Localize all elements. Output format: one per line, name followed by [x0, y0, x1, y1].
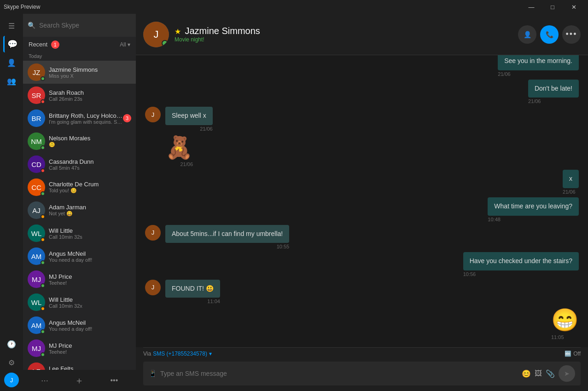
- contact-avatar-brittany: BR: [28, 109, 45, 127]
- nav-icons: ☰ 💬 👤 👥 🕐 ⚙ J: [0, 14, 23, 391]
- attachment-button[interactable]: 📎: [546, 369, 555, 378]
- avatar-wrap-mj2: MJ: [28, 339, 45, 357]
- message-row-1: See you in the morning. 21/06: [145, 55, 579, 77]
- contact-name-nelson: Nelson Morales: [49, 135, 131, 142]
- translate-toggle[interactable]: 🔤 Off: [565, 351, 581, 357]
- avatar-wrap-cassandra: CD: [28, 155, 45, 173]
- window-controls: — □ ✕: [521, 0, 584, 14]
- minimize-button[interactable]: —: [521, 0, 542, 14]
- contact-name-adam: Adam Jarman: [49, 204, 131, 211]
- contact-item-lee[interactable]: LF Lee Felts Call 26min 16s: [23, 360, 136, 370]
- video-call-button[interactable]: 👤: [518, 25, 536, 44]
- status-dot-cassandra: [41, 168, 45, 173]
- msg-content-5: x 21/06: [563, 170, 579, 195]
- status-dot-will1: [41, 237, 45, 242]
- contact-list: JZ Jazmine Simmons Miss you X SR Sarah R…: [23, 61, 136, 370]
- status-dot-charlotte: [41, 191, 45, 196]
- nav-contacts-icon[interactable]: 👤: [3, 54, 20, 71]
- contact-item-will1[interactable]: WL Will Little Call 10min 32s: [23, 222, 136, 245]
- online-status-dot: [162, 40, 168, 46]
- msg-content-7: About 5mins...if I can find my umbrella!…: [165, 225, 289, 250]
- all-filter-button[interactable]: All ▾: [120, 41, 130, 48]
- send-button[interactable]: ➤: [559, 365, 575, 382]
- contact-item-brittany[interactable]: BR Brittany Roth, Lucy Holcomb, S... I'm…: [23, 107, 136, 130]
- message-input[interactable]: [160, 370, 518, 377]
- nav-history-icon[interactable]: 🕐: [3, 336, 20, 352]
- contact-item-mj2[interactable]: MJ MJ Price Teehee!: [23, 337, 136, 360]
- sidebar-icon-dots[interactable]: ⋯: [41, 376, 48, 385]
- contact-info-will1: Will Little Call 10min 32s: [49, 227, 131, 240]
- contact-info-jazmine: Jazmine Simmons Miss you X: [49, 66, 131, 79]
- msg-bubble-8: Have you checked under the stairs?: [463, 252, 579, 270]
- message-row-5: x 21/06: [145, 170, 579, 195]
- user-avatar-nav[interactable]: J: [4, 373, 19, 387]
- contact-item-sarah[interactable]: SR Sarah Roach Call 26min 23s: [23, 84, 136, 107]
- recent-badge: 1: [51, 40, 59, 49]
- sms-dropdown-icon[interactable]: ▾: [209, 351, 212, 357]
- search-input[interactable]: [39, 22, 131, 29]
- sidebar-icon-add[interactable]: ＋: [75, 374, 84, 387]
- msg-content-2: Don't be late! 21/06: [528, 80, 579, 104]
- status-dot-angus2: [41, 329, 45, 334]
- msg-bubble-5: x: [563, 170, 579, 188]
- phone-icon: 📱: [149, 370, 157, 377]
- status-dot-adam: [41, 214, 45, 219]
- contact-item-angus2[interactable]: AM Angus McNeil You need a day off!: [23, 314, 136, 337]
- message-row-10: 😁 11:05: [145, 307, 579, 340]
- avatar-wrap-adam: AJ: [28, 201, 45, 219]
- contact-item-mj1[interactable]: MJ MJ Price Teehee!: [23, 268, 136, 291]
- contact-item-will2[interactable]: WL Will Little Call 10min 32x: [23, 291, 136, 314]
- chat-contact-name-row: ★ Jazmine Simmons: [175, 26, 260, 36]
- msg-bubble-3: Sleep well x: [165, 107, 213, 125]
- msg-bubble-1: See you in the morning.: [498, 55, 579, 70]
- call-button[interactable]: 📞: [540, 25, 559, 44]
- sms-via-info: Via SMS (+17855234578) ▾: [143, 351, 212, 357]
- sidebar-icon-more[interactable]: •••: [110, 376, 118, 385]
- contact-item-cassandra[interactable]: CD Cassandra Dunn Call 5min 47s: [23, 153, 136, 176]
- contact-preview-adam: Not yet 😄: [49, 211, 131, 217]
- contact-item-jazmine[interactable]: JZ Jazmine Simmons Miss you X: [23, 61, 136, 84]
- emoji-button[interactable]: 😊: [522, 369, 531, 378]
- nav-chat-icon[interactable]: 💬: [3, 36, 20, 52]
- contact-item-charlotte[interactable]: CC Charlotte De Crum Told you! 😊: [23, 176, 136, 199]
- contact-item-angus1[interactable]: AM Angus McNeil You need a day off!: [23, 245, 136, 268]
- contact-info-charlotte: Charlotte De Crum Told you! 😊: [49, 181, 131, 194]
- msg-avatar-7: J: [145, 225, 161, 241]
- msg-time-6: 10:48: [488, 217, 501, 222]
- chat-area: J ★ Jazmine Simmons Movie night! 👤 📞 •••: [136, 14, 588, 391]
- titlebar: Skype Preview — □ ✕: [0, 0, 588, 14]
- msg-time-8: 10:56: [463, 271, 476, 277]
- chat-header-actions: 👤 📞 •••: [518, 25, 581, 44]
- contact-name-brittany: Brittany Roth, Lucy Holcomb, S...: [49, 112, 123, 119]
- close-button[interactable]: ✕: [563, 0, 584, 14]
- chat-header: J ★ Jazmine Simmons Movie night! 👤 📞 •••: [136, 14, 588, 55]
- nav-settings-icon[interactable]: ⚙: [3, 354, 20, 371]
- recent-label: Recent: [29, 41, 47, 48]
- msg-content-6: What time are you leaving? 10:48: [488, 197, 579, 222]
- nav-groups-icon[interactable]: 👥: [3, 73, 20, 89]
- more-options-button[interactable]: •••: [562, 25, 581, 44]
- msg-content-9: FOUND IT! 😃 11:04: [165, 280, 220, 305]
- image-button[interactable]: 🖼: [535, 369, 542, 378]
- msg-content-10: 😁 11:05: [551, 307, 579, 340]
- contact-preview-brittany: I'm going glam with sequins. See you h..…: [49, 119, 123, 125]
- avatar-wrap-sarah: SR: [28, 86, 45, 104]
- sms-number-link[interactable]: SMS (+17855234578): [153, 351, 207, 357]
- avatar-wrap-mj1: MJ: [28, 270, 45, 288]
- today-label: Today: [23, 52, 136, 61]
- msg-content-3: Sleep well x 21/06: [165, 107, 213, 132]
- message-row-2: Don't be late! 21/06: [145, 80, 579, 104]
- contact-item-nelson[interactable]: NM Nelson Morales 🙃: [23, 130, 136, 153]
- search-bar: 🔍: [23, 14, 136, 37]
- message-row-4: 🧸 21/06: [145, 134, 579, 167]
- msg-bubble-2: Don't be late!: [528, 80, 579, 98]
- avatar-wrap-jazmine: JZ: [28, 63, 45, 81]
- nav-hamburger[interactable]: ☰: [3, 17, 20, 34]
- maximize-button[interactable]: □: [542, 0, 563, 14]
- contact-name-mj2: MJ Price: [49, 342, 131, 349]
- contact-name-sarah: Sarah Roach: [49, 89, 131, 96]
- contact-item-adam[interactable]: AJ Adam Jarman Not yet 😄: [23, 199, 136, 222]
- app-title: Skype Preview: [4, 4, 40, 10]
- app-container: ☰ 💬 👤 👥 🕐 ⚙ J 🔍 Recent 1 All ▾ Today JZ: [0, 14, 588, 391]
- msg-time-7: 10:55: [277, 244, 290, 249]
